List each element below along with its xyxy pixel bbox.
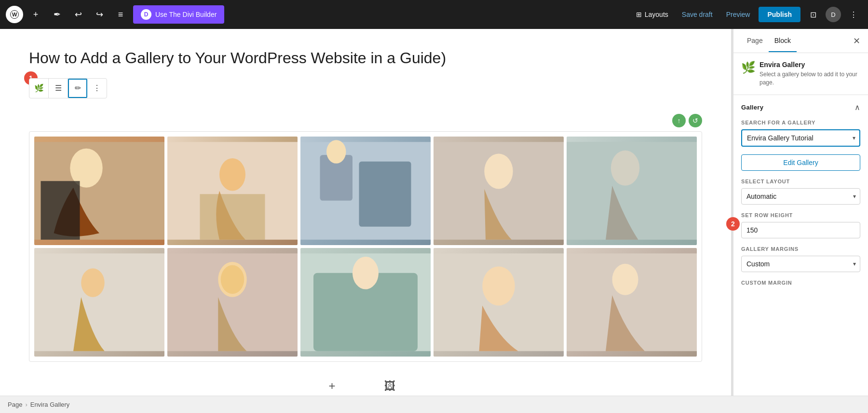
svg-point-11 [326, 140, 346, 164]
svg-point-28 [612, 263, 638, 295]
leaf-icon: 🌿 [34, 83, 44, 93]
grid-icon: ⊞ [636, 11, 642, 18]
edit-gallery-button[interactable]: Edit Gallery [741, 154, 860, 171]
svg-rect-4 [41, 181, 80, 240]
search-gallery-label: SEARCH FOR A GALLERY [741, 120, 860, 125]
gallery-image-9[interactable] [434, 248, 564, 357]
svg-point-21 [221, 265, 244, 293]
use-divi-builder-button[interactable]: D Use The Divi Builder [133, 5, 224, 24]
view-icon: ⊡ [810, 10, 816, 19]
plugin-header: 🌿 Envira Gallery Select a gallery below … [741, 61, 860, 87]
margins-select-wrapper: Custom None Small Medium Large ▾ [741, 256, 860, 272]
avatar-initial: D [831, 11, 835, 18]
edit-icon: ✏ [75, 83, 81, 93]
search-gallery-field: SEARCH FOR A GALLERY Envira Gallery Tuto… [741, 120, 860, 147]
more-toolbar-button[interactable]: ⋮ [87, 79, 107, 98]
pen-button[interactable]: ✒ [48, 6, 66, 23]
gallery-image-6[interactable] [34, 248, 164, 357]
gallery-section-toggle[interactable]: ∧ [854, 103, 860, 112]
gallery-section-header: Gallery ∧ [741, 103, 860, 112]
breadcrumb-page: Page [8, 401, 22, 408]
panel-close-button[interactable]: ✕ [853, 37, 860, 45]
plus-icon: + [33, 10, 39, 20]
layout-select[interactable]: Automatic Grid Masonry Mosaic [742, 189, 860, 204]
top-toolbar: W + ✒ ↩ ↪ ≡ D Use The Divi Builder ⊞ Lay… [0, 0, 868, 29]
step2-badge: 2 [726, 217, 740, 231]
add-block-button[interactable]: + [27, 6, 44, 23]
main-area: How to Add a Gallery to Your WordPress W… [0, 29, 868, 396]
green-action-buttons: ↑ ↺ [672, 114, 702, 127]
svg-point-18 [81, 268, 105, 297]
layouts-button[interactable]: ⊞ Layouts [631, 8, 673, 21]
undo-button[interactable]: ↩ [69, 6, 87, 23]
user-avatar[interactable]: D [826, 7, 841, 22]
gallery-image-10[interactable] [567, 248, 697, 357]
gallery-margins-field: GALLERY MARGINS Custom None Small Medium… [741, 246, 860, 272]
leaf-toolbar-button[interactable]: 🌿 [29, 79, 49, 98]
gallery-row-2 [34, 248, 697, 357]
select-layout-label: SELECT LAYOUT [741, 179, 860, 184]
row-height-field: SET ROW HEIGHT [741, 212, 860, 238]
row-height-input[interactable] [741, 222, 860, 238]
dots-icon: ⋮ [93, 83, 101, 93]
envira-leaf-icon: 🌿 [741, 61, 755, 74]
tab-page[interactable]: Page [741, 30, 769, 52]
gallery-section-title: Gallery [741, 104, 763, 111]
gallery-image-3[interactable] [300, 137, 431, 245]
layout-select-wrapper: Automatic Grid Masonry Mosaic ▾ [741, 188, 860, 205]
pen-icon: ✒ [54, 9, 61, 20]
breadcrumb-separator: › [25, 401, 27, 408]
more-icon: ⋮ [850, 10, 857, 19]
upload-green-button[interactable]: ↑ [672, 114, 686, 127]
post-title: How to Add a Gallery to Your WordPress W… [29, 48, 463, 69]
gallery-select[interactable]: Envira Gallery Tutorial My First Gallery… [742, 130, 859, 146]
editor-area: How to Add a Gallery to Your WordPress W… [0, 29, 731, 396]
view-toggle-button[interactable]: ⊡ [804, 6, 822, 23]
gallery-image-8[interactable] [300, 248, 431, 357]
row-height-label: SET ROW HEIGHT [741, 212, 860, 218]
divi-circle-icon: D [141, 9, 151, 20]
redo-button[interactable]: ↪ [91, 6, 108, 23]
refresh-green-button[interactable]: ↺ [689, 114, 702, 127]
plugin-name: Envira Gallery [760, 61, 860, 69]
gallery-margins-label: GALLERY MARGINS [741, 246, 860, 252]
align-icon: ☰ [55, 83, 62, 93]
more-options-button[interactable]: ⋮ [845, 6, 862, 23]
undo-icon: ↩ [75, 9, 82, 20]
gallery-select-wrapper: Envira Gallery Tutorial My First Gallery… [741, 129, 860, 147]
list-view-button[interactable]: ≡ [112, 6, 129, 23]
svg-rect-16 [567, 142, 697, 240]
svg-text:W: W [12, 12, 17, 17]
gallery-image-1[interactable] [34, 137, 164, 245]
section-divider-1 [733, 95, 868, 95]
tab-block[interactable]: Block [769, 30, 797, 52]
gallery-row-1 [34, 137, 697, 245]
gallery-image-5[interactable] [567, 137, 697, 245]
svg-rect-7 [200, 194, 265, 240]
edit-toolbar-button[interactable]: ✏ [68, 79, 87, 98]
gallery-image-4[interactable] [434, 137, 564, 245]
panel-tabs: Page Block ✕ [733, 29, 868, 53]
custom-margin-label: CUSTOM MARGIN [741, 280, 860, 286]
svg-point-6 [219, 158, 245, 191]
select-layout-field: SELECT LAYOUT Automatic Grid Masonry Mos… [741, 179, 860, 205]
svg-point-13 [484, 153, 513, 189]
upload-button[interactable]: + Upload [322, 379, 342, 396]
align-toolbar-button[interactable]: ☰ [49, 79, 68, 98]
media-library-icon: 🖼 [384, 379, 396, 393]
publish-button[interactable]: Publish [759, 7, 800, 22]
redo-icon: ↪ [96, 9, 103, 20]
panel-content: 🌿 Envira Gallery Select a gallery below … [733, 53, 868, 396]
gallery-container [29, 131, 702, 362]
preview-button[interactable]: Preview [721, 8, 755, 21]
wp-logo[interactable]: W [6, 6, 23, 23]
gallery-image-2[interactable] [167, 137, 298, 245]
media-library-button[interactable]: 🖼 Media Library [371, 379, 409, 396]
save-draft-button[interactable]: Save draft [677, 8, 718, 21]
svg-rect-17 [34, 253, 164, 351]
margins-select[interactable]: Custom None Small Medium Large [742, 256, 860, 272]
plugin-desc: Select a gallery below to add it to your… [760, 70, 860, 87]
gallery-image-7[interactable] [167, 248, 298, 357]
breadcrumb-bar: Page › Envira Gallery [0, 396, 868, 413]
svg-rect-10 [359, 161, 411, 226]
